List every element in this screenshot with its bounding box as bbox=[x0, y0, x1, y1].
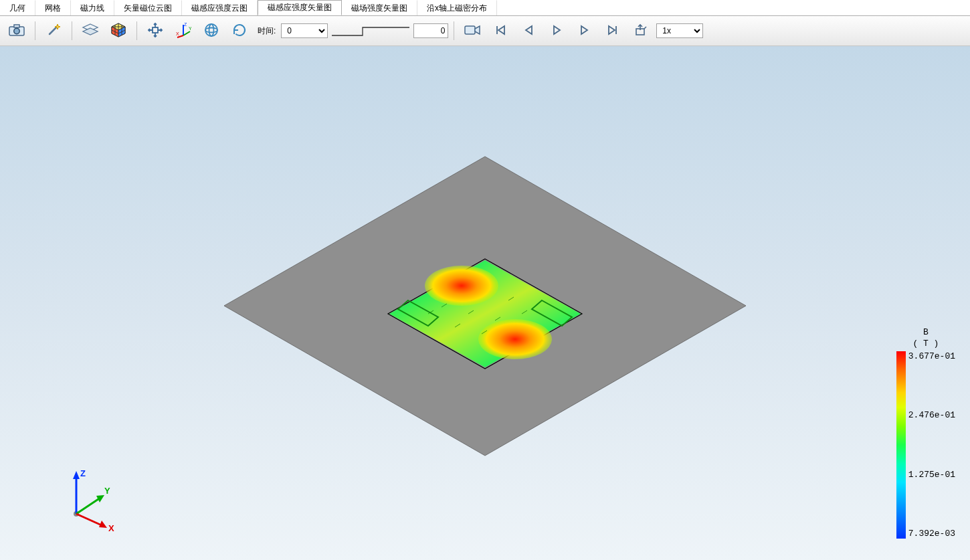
layers-button[interactable] bbox=[78, 19, 103, 42]
step-function-icon bbox=[330, 23, 411, 38]
playback-speed-select[interactable]: 1x bbox=[656, 23, 703, 38]
step-next-icon bbox=[579, 24, 591, 38]
separator bbox=[136, 21, 137, 40]
svg-point-23 bbox=[205, 24, 217, 36]
view-toolbar: ZYX 时间: 0 1x bbox=[0, 16, 970, 46]
separator bbox=[35, 21, 35, 40]
svg-line-48 bbox=[76, 498, 100, 514]
tab-label: 磁场强度矢量图 bbox=[351, 3, 407, 14]
colormap-button[interactable] bbox=[106, 19, 131, 42]
svg-text:X: X bbox=[176, 31, 179, 36]
color-legend: B ( T ) 3.677e-01 2.476e-01 1.275e-01 7.… bbox=[896, 327, 955, 539]
tab-label: 矢量磁位云图 bbox=[124, 3, 172, 14]
tab-h-vector[interactable]: 磁场强度矢量图 bbox=[342, 0, 417, 15]
svg-line-19 bbox=[183, 31, 190, 35]
camera-icon bbox=[8, 23, 25, 39]
tab-geometry[interactable]: 几何 bbox=[0, 0, 35, 15]
svg-rect-26 bbox=[465, 26, 475, 34]
next-frame-button[interactable] bbox=[572, 19, 597, 42]
step-prev-icon bbox=[522, 24, 535, 38]
pan-button[interactable] bbox=[142, 19, 168, 42]
axis-y-label: Y bbox=[104, 486, 110, 496]
legend-tick: 2.476e-01 bbox=[908, 410, 955, 420]
axes-button[interactable]: ZYX bbox=[171, 19, 196, 42]
svg-line-50 bbox=[76, 514, 103, 526]
tab-flux-lines[interactable]: 磁力线 bbox=[71, 0, 114, 15]
time-from-select[interactable]: 0 bbox=[281, 23, 328, 38]
svg-point-2 bbox=[14, 28, 19, 33]
svg-marker-51 bbox=[99, 521, 107, 528]
skip-last-icon bbox=[607, 24, 619, 38]
svg-rect-1 bbox=[14, 25, 19, 27]
tab-label: 磁感应强度矢量图 bbox=[268, 2, 332, 13]
tab-vector-potential-contour[interactable]: 矢量磁位云图 bbox=[114, 0, 182, 15]
svg-text:Y: Y bbox=[189, 26, 191, 31]
separator bbox=[72, 21, 72, 40]
tab-label: 磁力线 bbox=[80, 3, 104, 14]
orientation-triad: Z Y X bbox=[47, 456, 127, 537]
time-label: 时间: bbox=[255, 25, 278, 37]
svg-marker-5 bbox=[83, 28, 98, 35]
tab-label: 沿x轴上磁密分布 bbox=[427, 3, 487, 14]
export-anim-button[interactable] bbox=[628, 19, 654, 42]
tab-b-contour[interactable]: 磁感应强度云图 bbox=[182, 0, 258, 15]
axis-x-label: X bbox=[108, 523, 114, 533]
rubik-cube-icon bbox=[110, 22, 126, 40]
svg-marker-47 bbox=[73, 471, 80, 479]
play-icon bbox=[551, 24, 563, 38]
reset-view-button[interactable] bbox=[227, 19, 252, 42]
legend-quantity: B bbox=[896, 327, 955, 337]
tab-label: 磁感应强度云图 bbox=[191, 3, 248, 14]
svg-point-25 bbox=[209, 24, 214, 36]
tab-b-along-x[interactable]: 沿x轴上磁密分布 bbox=[417, 0, 497, 15]
model-render bbox=[0, 46, 970, 560]
svg-point-33 bbox=[425, 266, 498, 306]
tab-label: 几何 bbox=[9, 3, 25, 14]
legend-tick: 3.677e-01 bbox=[908, 351, 955, 361]
tab-b-vector[interactable]: 磁感应强度矢量图 bbox=[258, 0, 342, 15]
3d-viewport[interactable]: Z Y X B ( T ) 3.677e-01 2.476e-01 1.275e… bbox=[0, 46, 970, 560]
svg-text:Z: Z bbox=[184, 22, 187, 27]
svg-point-24 bbox=[205, 27, 217, 32]
magic-wand-icon bbox=[45, 22, 62, 40]
separator bbox=[454, 21, 454, 40]
move-arrows-icon bbox=[147, 22, 163, 40]
video-camera-icon bbox=[464, 23, 481, 39]
prev-frame-button[interactable] bbox=[516, 19, 541, 42]
legend-unit: ( T ) bbox=[896, 339, 955, 349]
rotate-view-button[interactable] bbox=[199, 19, 224, 42]
record-button[interactable] bbox=[460, 19, 485, 42]
axis-z-label: Z bbox=[80, 468, 86, 478]
legend-ticks: 3.677e-01 2.476e-01 1.275e-01 7.392e-03 bbox=[906, 351, 955, 539]
legend-tick: 1.275e-01 bbox=[908, 470, 955, 480]
tab-label: 网格 bbox=[45, 3, 61, 14]
svg-rect-16 bbox=[153, 27, 158, 33]
snapshot-button[interactable] bbox=[4, 19, 29, 42]
rotate-gyro-icon bbox=[203, 22, 219, 40]
play-button[interactable] bbox=[544, 19, 569, 42]
svg-point-34 bbox=[478, 319, 552, 359]
probe-button[interactable] bbox=[41, 19, 66, 42]
tab-mesh[interactable]: 网格 bbox=[35, 0, 71, 15]
export-icon bbox=[634, 23, 648, 39]
rotate-reset-icon bbox=[231, 22, 248, 40]
plot-tab-bar: 几何 网格 磁力线 矢量磁位云图 磁感应强度云图 磁感应强度矢量图 磁场强度矢量… bbox=[0, 0, 970, 16]
skip-first-icon bbox=[494, 24, 506, 38]
legend-colorbar bbox=[896, 351, 906, 539]
last-frame-button[interactable] bbox=[600, 19, 625, 42]
legend-tick: 7.392e-03 bbox=[908, 529, 955, 539]
first-frame-button[interactable] bbox=[488, 19, 513, 42]
layers-icon bbox=[82, 23, 99, 39]
xyz-axes-icon: ZYX bbox=[175, 22, 191, 40]
time-to-input[interactable] bbox=[413, 23, 448, 38]
